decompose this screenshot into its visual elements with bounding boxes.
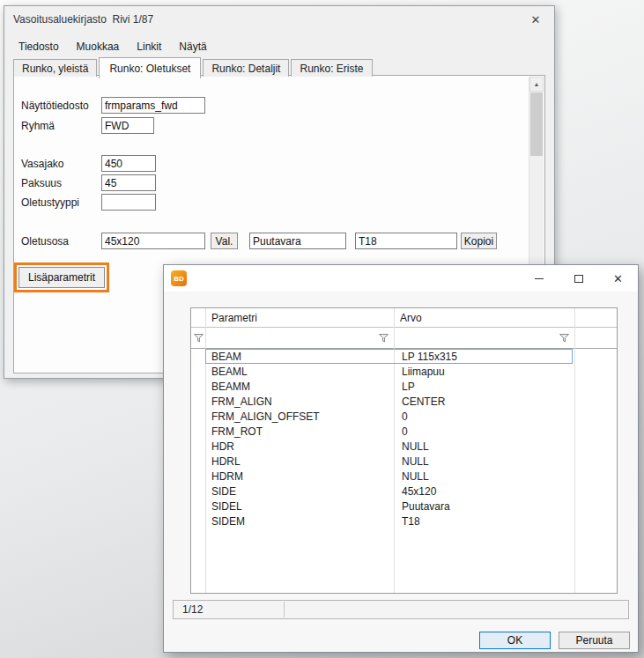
param-cell: BEAMM: [205, 381, 394, 393]
value-cell: 0: [394, 410, 574, 423]
param-cell: FRM_ALIGN_OFFSET: [205, 410, 394, 423]
grade-input[interactable]: [355, 233, 457, 249]
table-row[interactable]: HDR NULL: [191, 439, 617, 454]
material-input[interactable]: [249, 233, 346, 249]
parameter-table: Parametri Arvo BEAM LP 115x315 BEAML Lii…: [190, 307, 618, 594]
param-table-rows: BEAM LP 115x315 BEAML Liimapuu BEAMM LP …: [191, 349, 617, 529]
tab-runko-detaljit[interactable]: Runko: Detaljit: [203, 59, 289, 77]
table-row[interactable]: BEAM LP 115x315: [191, 349, 617, 364]
menu-muokkaa[interactable]: Muokkaa: [68, 36, 129, 57]
table-row[interactable]: BEAML Liimapuu: [191, 364, 617, 379]
paksuus-label: Paksuus: [21, 174, 62, 192]
vasajako-label: Vasajako: [21, 155, 63, 173]
val-button[interactable]: Val.: [211, 233, 238, 249]
table-row[interactable]: BEAMM LP: [191, 379, 617, 394]
value-cell: CENTER: [394, 396, 574, 408]
menubar: Tiedosto Muokkaa Linkit Näytä: [10, 36, 216, 57]
col-header-arvo[interactable]: Arvo: [394, 312, 574, 324]
value-cell: LP: [394, 381, 574, 393]
filter-icon[interactable]: [191, 334, 205, 343]
main-titlebar: Vasoitusaluekirjasto Rivi 1/87: [4, 6, 554, 33]
value-cell: NULL: [394, 455, 574, 468]
param-cell: SIDEL: [205, 500, 394, 513]
maximize-icon[interactable]: [559, 265, 598, 292]
close-icon[interactable]: ✕: [598, 265, 638, 292]
menu-linkit[interactable]: Linkit: [128, 36, 170, 57]
cancel-button[interactable]: Peruuta: [559, 632, 630, 649]
scrollbar-thumb[interactable]: [530, 92, 543, 156]
table-row[interactable]: HDRL NULL: [191, 454, 617, 469]
param-cell: HDR: [205, 440, 394, 453]
param-cell: FRM_ROT: [205, 425, 394, 438]
nayttotiedosto-label: Näyttötiedosto: [21, 97, 89, 115]
tab-runko-oletukset[interactable]: Runko: Oletukset: [99, 57, 201, 78]
vasajako-input[interactable]: [101, 155, 156, 172]
paksuus-input[interactable]: [101, 174, 156, 191]
tabstrip: Runko, yleistä Runko: Oletukset Runko: D…: [13, 57, 374, 77]
table-header: Parametri Arvo: [191, 308, 617, 328]
oletusosa-label: Oletusosa: [21, 233, 69, 250]
scroll-up-icon[interactable]: ▲: [529, 77, 544, 92]
value-cell: T18: [394, 515, 574, 528]
col-header-parametri[interactable]: Parametri: [205, 312, 394, 324]
menu-tiedosto[interactable]: Tiedosto: [10, 36, 68, 57]
value-cell: 45x120: [394, 485, 574, 498]
kopioi-button[interactable]: Kopioi: [461, 233, 497, 249]
value-cell: NULL: [394, 440, 574, 453]
app-icon-bd: BD: [171, 270, 187, 286]
minimize-icon[interactable]: [519, 265, 559, 292]
filter-icon[interactable]: [205, 334, 394, 343]
window-controls: ✕: [519, 265, 638, 292]
param-cell: HDRL: [205, 455, 394, 468]
table-row[interactable]: SIDEM T18: [191, 514, 617, 529]
status-bar: 1/12: [173, 600, 629, 619]
row-count: 1/12: [174, 603, 203, 616]
param-cell: BEAML: [205, 366, 394, 378]
oletustyyppi-input[interactable]: [101, 194, 156, 211]
ryhma-input[interactable]: [101, 117, 154, 134]
ryhma-label: Ryhmä: [21, 117, 55, 135]
oletustyyppi-label: Oletustyyppi: [21, 194, 79, 211]
param-cell: HDRM: [205, 470, 394, 483]
param-cell: FRM_ALIGN: [205, 396, 394, 408]
status-divider: [284, 602, 285, 617]
table-row[interactable]: SIDEL Puutavara: [191, 499, 617, 514]
lisaparametrit-button[interactable]: Lisäparametrit: [19, 267, 105, 288]
value-cell: Puutavara: [394, 500, 574, 513]
param-cell: SIDE: [205, 485, 394, 498]
filter-icon[interactable]: [394, 334, 574, 343]
value-cell: LP 115x315: [394, 351, 574, 363]
value-cell: 0: [394, 425, 574, 438]
menu-nayta[interactable]: Näytä: [170, 36, 215, 57]
table-row[interactable]: FRM_ALIGN CENTER: [191, 394, 617, 409]
table-row[interactable]: HDRM NULL: [191, 469, 617, 484]
close-icon[interactable]: ✕: [517, 6, 554, 33]
oletusosa-input[interactable]: [101, 233, 205, 249]
param-window: BD ✕ Parametri Arvo: [163, 264, 639, 653]
tab-runko-eriste[interactable]: Runko: Eriste: [291, 59, 372, 77]
param-cell: BEAM: [205, 351, 394, 363]
value-cell: NULL: [394, 470, 574, 483]
table-row[interactable]: FRM_ROT 0: [191, 424, 617, 439]
window-title: Vasoitusaluekirjasto Rivi 1/87: [13, 13, 153, 26]
table-row[interactable]: SIDE 45x120: [191, 484, 617, 499]
ok-button[interactable]: OK: [479, 632, 551, 649]
nayttotiedosto-input[interactable]: [101, 97, 205, 114]
highlight-box: Lisäparametrit: [14, 262, 109, 292]
value-cell: Liimapuu: [394, 366, 574, 378]
table-row[interactable]: FRM_ALIGN_OFFSET 0: [191, 409, 617, 424]
param-cell: SIDEM: [205, 515, 394, 528]
tab-runko-yleista[interactable]: Runko, yleistä: [13, 59, 97, 77]
filter-row: [191, 328, 617, 349]
